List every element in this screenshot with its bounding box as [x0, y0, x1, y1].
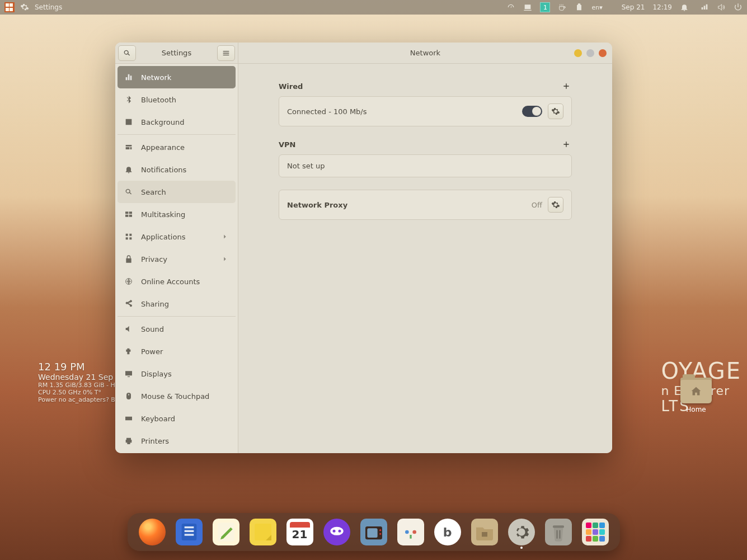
- hamburger-menu-button[interactable]: [217, 45, 235, 61]
- sidebar-item-sharing[interactable]: Sharing: [118, 293, 236, 315]
- sidebar-item-label: Sharing: [141, 300, 169, 308]
- hamburger-icon: [222, 49, 231, 58]
- svg-rect-16: [410, 535, 411, 539]
- wired-toggle[interactable]: [522, 106, 542, 117]
- sidebar-item-appearance[interactable]: Appearance: [118, 136, 236, 158]
- settings-sidebar: Settings NetworkBluetoothBackgroundAppea…: [115, 43, 238, 453]
- sidebar-item-network[interactable]: Network: [118, 66, 236, 88]
- sidebar-item-applications[interactable]: Applications: [118, 225, 236, 248]
- svg-rect-19: [553, 525, 564, 528]
- window-minimize-button[interactable]: [574, 49, 582, 57]
- sidebar-item-keyboard[interactable]: Keyboard: [118, 407, 236, 430]
- svg-rect-17: [482, 532, 487, 537]
- input-language[interactable]: en▾: [591, 4, 602, 11]
- dock-file-manager[interactable]: [471, 519, 498, 545]
- workspace-indicator[interactable]: 1: [540, 2, 550, 12]
- topbar-date[interactable]: Sep 21: [622, 3, 645, 11]
- search-button[interactable]: [118, 45, 136, 61]
- network-tray-icon[interactable]: [700, 3, 709, 12]
- screenshot-icon[interactable]: [523, 3, 532, 12]
- settings-window: Settings NetworkBluetoothBackgroundAppea…: [115, 43, 612, 453]
- sidebar-item-multitasking[interactable]: Multitasking: [118, 203, 236, 225]
- dock-trash[interactable]: [545, 519, 572, 545]
- dock-settings[interactable]: [508, 519, 535, 545]
- wired-settings-button[interactable]: [548, 103, 563, 119]
- dock-firefox[interactable]: [139, 519, 166, 545]
- caffeine-icon[interactable]: [558, 3, 567, 12]
- gear-icon: [551, 107, 560, 116]
- proxy-card: Network Proxy Off: [279, 190, 572, 220]
- sidebar-item-label: Printers: [141, 437, 169, 445]
- topbar-time[interactable]: 12:19: [652, 3, 672, 11]
- sidebar-item-background[interactable]: Background: [118, 111, 236, 133]
- dock-calendar[interactable]: 21: [286, 519, 313, 545]
- topbar-app-label[interactable]: Settings: [35, 3, 62, 11]
- dock-sticky-notes[interactable]: [250, 519, 276, 545]
- sidebar-item-label: Bluetooth: [141, 96, 176, 104]
- notifications-icon[interactable]: [680, 3, 689, 12]
- proxy-status: Off: [532, 201, 542, 209]
- sidebar-item-power[interactable]: Power: [118, 340, 236, 363]
- sidebar-item-printers[interactable]: Printers: [118, 430, 236, 452]
- sidebar-list[interactable]: NetworkBluetoothBackgroundAppearanceNoti…: [115, 64, 238, 453]
- vpn-card: Not set up: [279, 154, 572, 177]
- desktop-home-shortcut[interactable]: Home: [680, 378, 712, 413]
- dock-text-editor[interactable]: [213, 519, 239, 545]
- svg-point-6: [330, 527, 343, 535]
- sidebar-item-bluetooth[interactable]: Bluetooth: [118, 88, 236, 111]
- add-wired-button[interactable]: [561, 81, 572, 92]
- dock-files[interactable]: [176, 519, 203, 545]
- conky-clock: 12 19 PM: [38, 361, 121, 373]
- multitasking-icon: [124, 210, 133, 219]
- sidebar-item-mouse[interactable]: Mouse & Touchpad: [118, 385, 236, 407]
- sidebar-item-online-accounts[interactable]: Online Accounts: [118, 270, 236, 293]
- appearance-icon: [124, 143, 133, 152]
- sidebar-item-label: Background: [141, 118, 185, 126]
- conky-ram: RM 1.35 GiB/3.83 GiB - HD: [38, 382, 121, 389]
- plus-icon: [562, 82, 571, 91]
- sidebar-item-sound[interactable]: Sound: [118, 318, 236, 340]
- window-maximize-button[interactable]: [586, 49, 594, 57]
- wired-card: Connected - 100 Mb/s: [279, 96, 572, 126]
- add-vpn-button[interactable]: [561, 139, 572, 150]
- content-body: Wired Connected - 100 Mb/s VPN: [238, 64, 612, 453]
- sidebar-item-privacy[interactable]: Privacy: [118, 248, 236, 270]
- dock-retro-tv[interactable]: [360, 519, 387, 545]
- gear-icon: [20, 3, 29, 12]
- wired-section-label: Wired: [279, 82, 303, 91]
- sidebar-item-notifications[interactable]: Notifications: [118, 158, 236, 181]
- sidebar-title: Settings: [139, 49, 214, 57]
- sidebar-item-label: Mouse & Touchpad: [141, 392, 209, 401]
- svg-rect-10: [367, 528, 377, 538]
- clipboard-icon[interactable]: [575, 3, 584, 12]
- sidebar-item-label: Search: [141, 188, 166, 196]
- dock-privacy-browser[interactable]: [323, 519, 350, 545]
- conky-date: Wednesday 21 Sep: [38, 373, 121, 382]
- printers-icon: [124, 436, 133, 445]
- dock: 21 b: [128, 513, 620, 551]
- power-tray-icon[interactable]: [734, 3, 743, 12]
- dock-b-app[interactable]: b: [434, 519, 461, 545]
- svg-rect-2: [184, 530, 194, 532]
- dock-software-center[interactable]: [397, 519, 424, 545]
- sidebar-item-search[interactable]: Search: [118, 181, 236, 203]
- sidebar-item-displays[interactable]: Displays: [118, 363, 236, 385]
- online-accounts-icon: [124, 277, 133, 286]
- dock-app-grid[interactable]: [582, 519, 609, 545]
- sidebar-item-label: Sound: [141, 325, 164, 333]
- home-label: Home: [680, 406, 712, 413]
- activities-launcher-icon[interactable]: [4, 2, 15, 12]
- proxy-settings-button[interactable]: [548, 197, 563, 213]
- volume-tray-icon[interactable]: [717, 3, 726, 12]
- bluetooth-icon: [124, 95, 133, 104]
- chevron-right-icon: [221, 255, 229, 263]
- svg-rect-1: [184, 526, 194, 528]
- window-close-button[interactable]: [599, 49, 607, 57]
- desktop-system-monitor: 12 19 PM Wednesday 21 Sep RM 1.35 GiB/3.…: [38, 361, 121, 403]
- displays-icon: [124, 369, 133, 378]
- svg-point-8: [338, 530, 341, 533]
- sound-icon: [124, 324, 133, 333]
- performance-icon[interactable]: [506, 3, 515, 12]
- search-icon: [124, 187, 133, 196]
- privacy-icon: [124, 255, 133, 263]
